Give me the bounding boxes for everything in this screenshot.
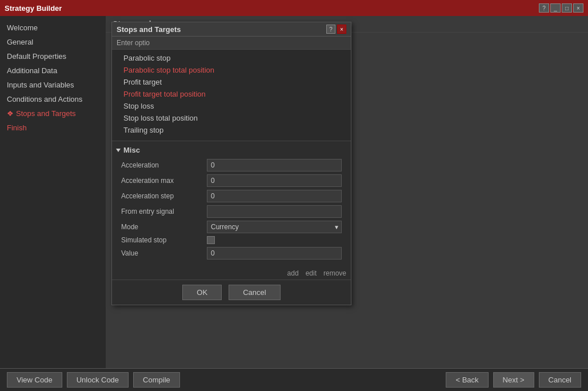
stops-targets-icon: ❖ bbox=[7, 109, 14, 118]
acceleration-step-input[interactable] bbox=[207, 190, 342, 202]
window-controls: ? _ □ × bbox=[539, 3, 583, 13]
unlock-code-button[interactable]: Unlock Code bbox=[67, 372, 129, 388]
list-item[interactable]: Parabolic stop total position bbox=[112, 64, 351, 76]
list-item[interactable]: Stop loss bbox=[112, 100, 351, 112]
acceleration-max-row: Acceleration max bbox=[117, 174, 346, 187]
maximize-btn[interactable]: □ bbox=[562, 3, 572, 13]
misc-section: Misc Acceleration Acceleration max Accel… bbox=[112, 141, 351, 267]
acceleration-input[interactable] bbox=[207, 159, 342, 171]
list-item[interactable]: Parabolic stop bbox=[112, 52, 351, 64]
mode-label: Mode bbox=[121, 223, 207, 231]
modal-title-controls: ? × bbox=[326, 25, 346, 34]
remove-link[interactable]: remove bbox=[323, 269, 346, 277]
acceleration-step-label: Acceleration step bbox=[121, 192, 207, 200]
value-input[interactable] bbox=[207, 247, 342, 260]
simulated-stop-label: Simulated stop bbox=[121, 236, 207, 244]
help-window-btn[interactable]: ? bbox=[539, 3, 549, 13]
sidebar-item-general[interactable]: General bbox=[0, 35, 106, 49]
acceleration-step-row: Acceleration step bbox=[117, 190, 346, 202]
main-container: Welcome General Default Properties Addit… bbox=[0, 16, 588, 368]
app-title: Strategy Builder bbox=[5, 4, 62, 13]
modal-overlay: Stops and Targets ? × Enter optio Parabo… bbox=[106, 16, 588, 368]
acceleration-max-input[interactable] bbox=[207, 174, 342, 187]
cancel-modal-button[interactable]: Cancel bbox=[229, 285, 280, 300]
sidebar-item-finish[interactable]: Finish bbox=[0, 121, 106, 135]
edit-link[interactable]: edit bbox=[306, 269, 317, 277]
modal-title: Stops and Targets bbox=[117, 25, 181, 34]
sidebar-item-default-properties[interactable]: Default Properties bbox=[0, 49, 106, 63]
mode-row: Mode Currency Ticks Percent ▼ bbox=[117, 221, 346, 233]
collapse-icon[interactable] bbox=[116, 149, 121, 152]
list-item[interactable]: Trailing stop bbox=[112, 124, 351, 136]
view-code-button[interactable]: View Code bbox=[7, 372, 62, 388]
simulated-stop-row: Simulated stop bbox=[117, 236, 346, 244]
modal-body: Enter optio Parabolic stop Parabolic sto… bbox=[112, 37, 351, 305]
action-links: add edit remove bbox=[112, 267, 351, 280]
enter-option-bar: Enter optio bbox=[112, 37, 351, 50]
modal-titlebar: Stops and Targets ? × bbox=[112, 22, 351, 37]
content-area: Stops and Stops and Targets ? × Enter op… bbox=[106, 16, 588, 368]
ok-button[interactable]: OK bbox=[182, 285, 222, 300]
sidebar: Welcome General Default Properties Addit… bbox=[0, 16, 106, 368]
from-entry-signal-label: From entry signal bbox=[121, 208, 207, 216]
cancel-button[interactable]: Cancel bbox=[539, 372, 581, 388]
list-item[interactable]: Profit target total position bbox=[112, 88, 351, 100]
sidebar-item-additional-data[interactable]: Additional Data bbox=[0, 63, 106, 78]
back-button[interactable]: < Back bbox=[446, 372, 488, 388]
list-item[interactable]: Profit target bbox=[112, 76, 351, 88]
app-title-area: Strategy Builder bbox=[5, 4, 62, 13]
title-bar: Strategy Builder ? _ □ × bbox=[0, 0, 588, 16]
list-item[interactable]: Stop loss total position bbox=[112, 112, 351, 124]
stops-targets-label: Stops and Targets bbox=[16, 109, 76, 118]
bottom-left-buttons: View Code Unlock Code Compile bbox=[7, 372, 180, 388]
acceleration-max-label: Acceleration max bbox=[121, 177, 207, 185]
next-button[interactable]: Next > bbox=[493, 372, 534, 388]
stop-list: Parabolic stop Parabolic stop total posi… bbox=[112, 50, 351, 141]
mode-select[interactable]: Currency Ticks Percent bbox=[207, 221, 342, 233]
sidebar-item-conditions-actions[interactable]: Conditions and Actions bbox=[0, 92, 106, 106]
sidebar-item-inputs-variables[interactable]: Inputs and Variables bbox=[0, 78, 106, 92]
compile-button[interactable]: Compile bbox=[133, 372, 180, 388]
add-link[interactable]: add bbox=[287, 269, 299, 277]
from-entry-signal-row: From entry signal bbox=[117, 205, 346, 218]
acceleration-label: Acceleration bbox=[121, 161, 207, 169]
value-row: Value bbox=[117, 247, 346, 260]
value-label: Value bbox=[121, 249, 207, 257]
sidebar-item-stops-targets[interactable]: ❖ Stops and Targets bbox=[0, 106, 106, 121]
minimize-btn[interactable]: _ bbox=[550, 3, 561, 13]
simulated-stop-checkbox[interactable] bbox=[207, 236, 215, 244]
mode-select-wrapper: Currency Ticks Percent ▼ bbox=[207, 221, 342, 233]
modal-dialog: Stops and Targets ? × Enter optio Parabo… bbox=[111, 22, 351, 305]
modal-close-btn[interactable]: × bbox=[337, 25, 346, 34]
misc-header: Misc bbox=[117, 146, 346, 154]
acceleration-row: Acceleration bbox=[117, 159, 346, 171]
sidebar-item-welcome[interactable]: Welcome bbox=[0, 21, 106, 35]
bottom-bar: View Code Unlock Code Compile < Back Nex… bbox=[0, 368, 588, 391]
bottom-right-buttons: < Back Next > Cancel bbox=[446, 372, 581, 388]
modal-help-btn[interactable]: ? bbox=[326, 25, 335, 34]
from-entry-signal-input[interactable] bbox=[207, 205, 342, 218]
modal-footer: OK Cancel bbox=[112, 280, 351, 305]
close-window-btn[interactable]: × bbox=[573, 3, 583, 13]
misc-label: Misc bbox=[123, 146, 140, 154]
